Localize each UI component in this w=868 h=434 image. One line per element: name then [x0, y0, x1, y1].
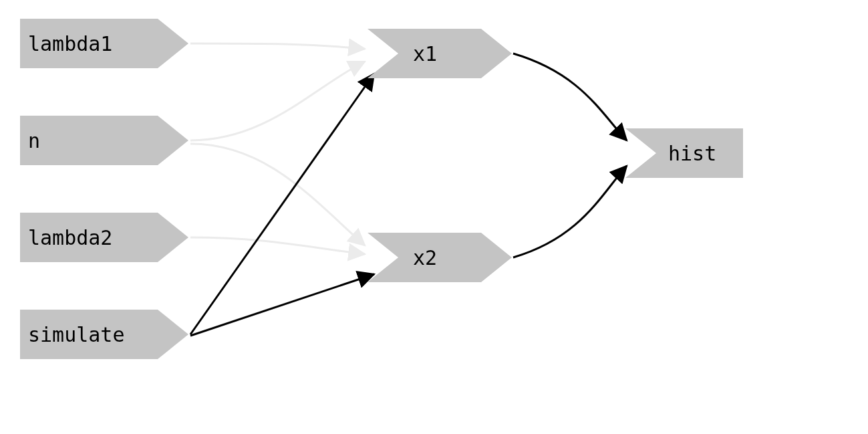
edge-n-x2	[190, 144, 365, 245]
node-lambda1: lambda1	[20, 19, 188, 68]
node-n-label: n	[28, 129, 40, 152]
node-n: n	[20, 116, 188, 165]
node-x2-label: x2	[413, 246, 437, 269]
node-lambda2: lambda2	[20, 213, 188, 262]
edge-simulate-x2	[190, 274, 374, 336]
edge-lambda2-x2	[190, 237, 365, 254]
node-x2: x2	[368, 233, 512, 282]
node-simulate-label: simulate	[28, 323, 125, 346]
node-lambda1-label: lambda1	[28, 32, 112, 56]
edge-x1-hist	[513, 53, 627, 140]
node-hist-label: hist	[668, 142, 716, 165]
reactive-graph: lambda1 n lambda2 simulate x1 x2 hist	[0, 0, 868, 434]
node-x1: x1	[368, 29, 512, 78]
node-hist: hist	[625, 128, 743, 178]
edges	[190, 43, 627, 336]
edge-x2-hist	[513, 166, 627, 257]
node-lambda2-label: lambda2	[28, 226, 112, 249]
edge-lambda1-x1	[190, 43, 365, 49]
edge-n-x1	[190, 62, 365, 140]
node-x1-label: x1	[413, 42, 437, 66]
nodes: lambda1 n lambda2 simulate x1 x2 hist	[20, 19, 743, 359]
node-simulate: simulate	[20, 310, 188, 359]
